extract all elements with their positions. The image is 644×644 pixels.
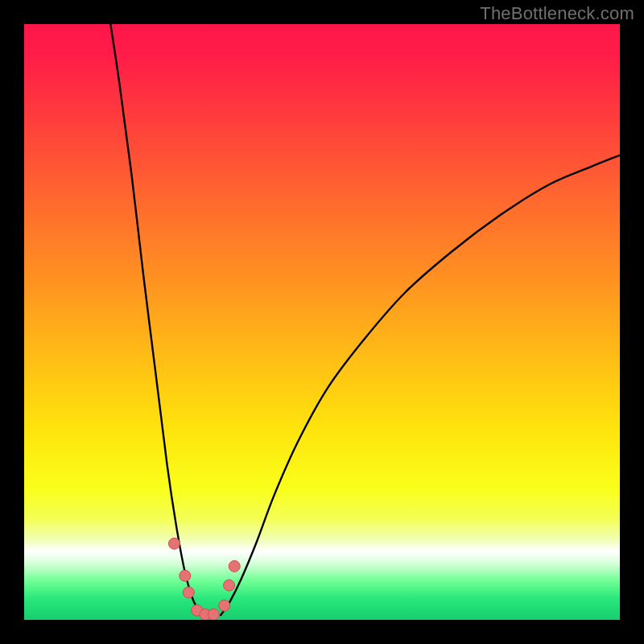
marker-dot	[224, 580, 235, 591]
marker-dot	[168, 538, 180, 549]
marker-dot	[180, 570, 191, 581]
gradient-background	[24, 24, 620, 620]
marker-dot	[229, 560, 240, 572]
chart-svg	[24, 24, 620, 620]
marker-dot	[183, 587, 194, 598]
plot-area	[24, 24, 620, 620]
chart-frame: TheBottleneck.com	[0, 0, 644, 644]
marker-dot	[219, 600, 230, 611]
watermark-text: TheBottleneck.com	[480, 3, 634, 24]
marker-dot	[208, 609, 219, 620]
